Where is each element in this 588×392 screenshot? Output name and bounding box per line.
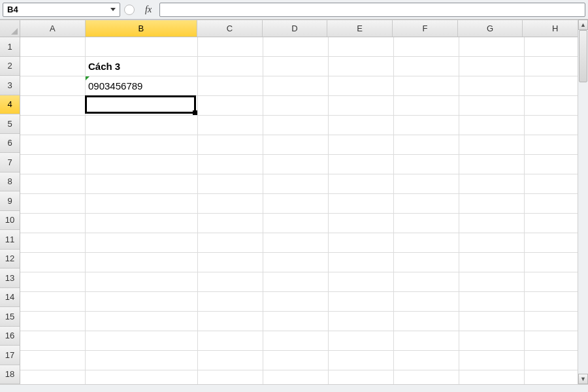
cell-C10[interactable] bbox=[198, 214, 263, 233]
cell-D18[interactable] bbox=[263, 370, 329, 384]
col-header-B[interactable]: B bbox=[86, 20, 197, 37]
cell-C15[interactable] bbox=[198, 312, 263, 331]
cell-C2[interactable] bbox=[198, 57, 263, 76]
cell-A10[interactable] bbox=[20, 214, 86, 233]
name-box[interactable]: B4 bbox=[3, 3, 120, 17]
cell-G4[interactable] bbox=[459, 96, 525, 116]
cell-F4[interactable] bbox=[394, 96, 459, 116]
cell-F6[interactable] bbox=[394, 135, 459, 155]
cell-G9[interactable] bbox=[459, 194, 525, 214]
cell-D11[interactable] bbox=[263, 233, 329, 253]
cell-E3[interactable] bbox=[329, 76, 394, 96]
cell-A9[interactable] bbox=[20, 194, 86, 214]
cell-C3[interactable] bbox=[198, 76, 263, 96]
fx-button[interactable]: fx bbox=[145, 5, 152, 15]
cell-F5[interactable] bbox=[394, 116, 459, 135]
horizontal-scrollbar[interactable] bbox=[0, 384, 588, 392]
select-all-corner[interactable] bbox=[0, 20, 20, 37]
row-header-10[interactable]: 10 bbox=[0, 211, 20, 231]
cell-B10[interactable] bbox=[86, 214, 198, 233]
cell-D4[interactable] bbox=[263, 96, 329, 116]
cell-D16[interactable] bbox=[263, 331, 329, 351]
cell-F14[interactable] bbox=[394, 292, 459, 312]
cell-B1[interactable] bbox=[86, 37, 198, 57]
cell-G3[interactable] bbox=[459, 76, 525, 96]
cell-C1[interactable] bbox=[198, 37, 263, 57]
col-header-F[interactable]: F bbox=[393, 20, 458, 37]
cell-A16[interactable] bbox=[20, 331, 86, 351]
vscroll-track[interactable] bbox=[578, 30, 588, 374]
cell-G7[interactable] bbox=[459, 155, 525, 174]
cell-F1[interactable] bbox=[394, 37, 459, 57]
cell-C12[interactable] bbox=[198, 253, 263, 272]
cell-A7[interactable] bbox=[20, 155, 86, 174]
row-header-3[interactable]: 3 bbox=[0, 76, 20, 95]
cell-B12[interactable] bbox=[86, 253, 198, 272]
cell-D9[interactable] bbox=[263, 194, 329, 214]
col-header-C[interactable]: C bbox=[197, 20, 263, 37]
cell-C11[interactable] bbox=[198, 233, 263, 253]
formula-input[interactable] bbox=[159, 3, 585, 17]
cell-E15[interactable] bbox=[329, 312, 394, 331]
cell-B9[interactable] bbox=[86, 194, 198, 214]
col-header-A[interactable]: A bbox=[20, 20, 86, 37]
cell-B8[interactable] bbox=[86, 174, 198, 194]
cell-F15[interactable] bbox=[394, 312, 459, 331]
cell-B14[interactable] bbox=[86, 292, 198, 312]
cell-C8[interactable] bbox=[198, 174, 263, 194]
cell-B7[interactable] bbox=[86, 155, 198, 174]
cell-E6[interactable] bbox=[329, 135, 394, 155]
cell-E12[interactable] bbox=[329, 253, 394, 272]
cell-D5[interactable] bbox=[263, 116, 329, 135]
cell-C14[interactable] bbox=[198, 292, 263, 312]
cell-D15[interactable] bbox=[263, 312, 329, 331]
cell-F2[interactable] bbox=[394, 57, 459, 76]
cell-B15[interactable] bbox=[86, 312, 198, 331]
cell-F10[interactable] bbox=[394, 214, 459, 233]
row-header-1[interactable]: 1 bbox=[0, 37, 20, 57]
vertical-scrollbar[interactable]: ▲ ▼ bbox=[578, 20, 588, 384]
row-header-4[interactable]: 4 bbox=[0, 95, 20, 115]
cell-D1[interactable] bbox=[263, 37, 329, 57]
cell-B4[interactable] bbox=[86, 96, 198, 116]
cell-A5[interactable] bbox=[20, 116, 86, 135]
cell-G14[interactable] bbox=[459, 292, 525, 312]
cell-F8[interactable] bbox=[394, 174, 459, 194]
cell-E17[interactable] bbox=[329, 351, 394, 370]
scroll-up-icon[interactable]: ▲ bbox=[578, 20, 588, 30]
row-header-13[interactable]: 13 bbox=[0, 269, 20, 288]
row-header-12[interactable]: 12 bbox=[0, 250, 20, 269]
row-header-16[interactable]: 16 bbox=[0, 327, 20, 346]
cell-A4[interactable] bbox=[20, 96, 86, 116]
cell-F7[interactable] bbox=[394, 155, 459, 174]
cell-D17[interactable] bbox=[263, 351, 329, 370]
cell-B18[interactable] bbox=[86, 370, 198, 384]
cell-C9[interactable] bbox=[198, 194, 263, 214]
cell-D10[interactable] bbox=[263, 214, 329, 233]
row-header-2[interactable]: 2 bbox=[0, 57, 20, 76]
cell-C7[interactable] bbox=[198, 155, 263, 174]
cell-A13[interactable] bbox=[20, 272, 86, 292]
cell-A3[interactable] bbox=[20, 76, 86, 96]
cell-E18[interactable] bbox=[329, 370, 394, 384]
cell-C18[interactable] bbox=[198, 370, 263, 384]
cell-E13[interactable] bbox=[329, 272, 394, 292]
cell-A11[interactable] bbox=[20, 233, 86, 253]
row-header-8[interactable]: 8 bbox=[0, 172, 20, 192]
cell-E14[interactable] bbox=[329, 292, 394, 312]
cell-E16[interactable] bbox=[329, 331, 394, 351]
cell-D13[interactable] bbox=[263, 272, 329, 292]
row-header-11[interactable]: 11 bbox=[0, 230, 20, 250]
cell-A17[interactable] bbox=[20, 351, 86, 370]
cell-E1[interactable] bbox=[329, 37, 394, 57]
cell-B11[interactable] bbox=[86, 233, 198, 253]
cell-F16[interactable] bbox=[394, 331, 459, 351]
cell-B16[interactable] bbox=[86, 331, 198, 351]
scroll-down-icon[interactable]: ▼ bbox=[578, 374, 588, 384]
cell-B17[interactable] bbox=[86, 351, 198, 370]
cell-F18[interactable] bbox=[394, 370, 459, 384]
row-header-18[interactable]: 18 bbox=[0, 365, 20, 385]
col-header-E[interactable]: E bbox=[327, 20, 393, 37]
cell-E7[interactable] bbox=[329, 155, 394, 174]
cell-G16[interactable] bbox=[459, 331, 525, 351]
